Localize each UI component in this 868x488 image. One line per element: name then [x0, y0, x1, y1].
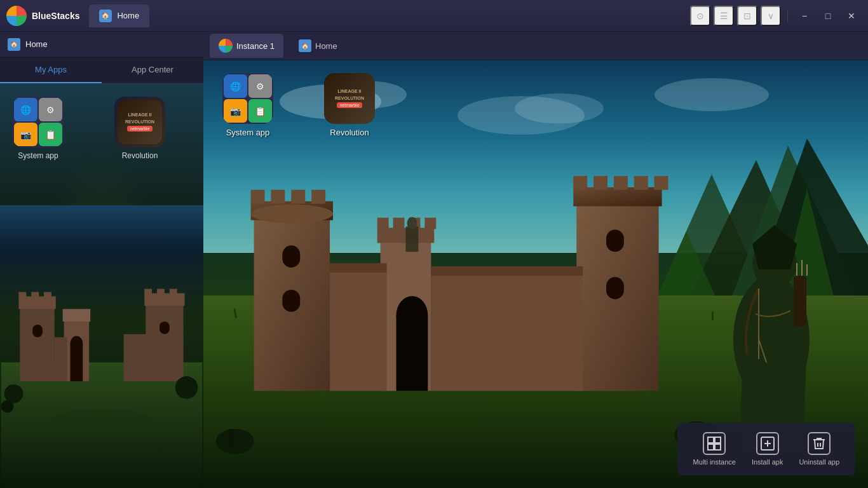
svg-rect-57 [614, 175, 628, 189]
app-center-tab[interactable]: App Center [102, 57, 203, 83]
close-button[interactable]: ✕ [841, 6, 862, 26]
svg-rect-8 [63, 309, 91, 322]
main-home-tab[interactable]: 🏠 Home [89, 4, 149, 27]
profile-button[interactable]: ⊙ [690, 6, 710, 26]
lineage-title-line2: REVOLUTION [125, 119, 154, 125]
minimize-button[interactable]: − [794, 6, 815, 26]
revolution-app-item-left[interactable]: LINEAGE II REVOLUTION netmarble Revoluti… [114, 97, 165, 160]
svg-point-10 [71, 336, 83, 351]
system-app-scene-icon: 🌐 ⚙ 📷 📋 [222, 73, 273, 124]
chevron-button[interactable]: ∨ [761, 6, 781, 26]
left-panel-home-icon: 🏠 [8, 38, 20, 51]
instance-tab-label: Instance 1 [236, 41, 275, 51]
install-apk-label: Install apk [752, 458, 783, 466]
svg-rect-94 [708, 437, 714, 443]
svg-point-21 [175, 376, 198, 399]
scene-files-icon: 📋 [248, 99, 272, 123]
svg-rect-51 [282, 290, 300, 312]
scene-netmarble-badge: netmarble [337, 102, 362, 108]
uninstall-app-label: Uninstall app [799, 458, 839, 466]
svg-rect-55 [573, 175, 587, 189]
install-apk-icon [756, 432, 779, 455]
svg-rect-48 [291, 189, 305, 203]
files-sub-icon: 📋 [39, 123, 62, 146]
restore-button[interactable]: □ [818, 6, 838, 26]
main-title-bar: BlueStacks 🏠 Home ⊙ ☰ ⊡ ∨ − □ ✕ [0, 0, 868, 32]
svg-rect-67 [424, 217, 436, 229]
install-apk-button[interactable]: Install apk [745, 429, 790, 469]
apps-row: 🌐 ⚙ 📷 📋 System app LINEAGE II REVOLU [13, 97, 191, 160]
svg-rect-49 [311, 189, 325, 203]
svg-rect-13 [144, 288, 152, 296]
multi-instance-label: Multi instance [693, 458, 736, 466]
svg-point-22 [1, 400, 14, 412]
svg-rect-54 [573, 187, 661, 206]
svg-rect-89 [794, 276, 806, 327]
left-panel-titlebar: 🏠 Home [0, 32, 203, 57]
svg-point-76 [216, 429, 254, 454]
svg-rect-16 [159, 322, 170, 334]
system-app-icon: 🌐 ⚙ 📷 📋 [13, 97, 64, 147]
nav-tabs: My Apps App Center [0, 57, 203, 84]
instance-1-tab[interactable]: Instance 1 [210, 34, 283, 58]
bluestacks-logo: BlueStacks [6, 6, 79, 26]
multi-instance-button[interactable]: Multi instance [687, 429, 742, 469]
main-castle-area [203, 82, 741, 467]
uninstall-app-icon [808, 432, 831, 455]
left-panel: 🏠 Home My Apps App Center [0, 32, 203, 488]
lineage-app-icon: LINEAGE II REVOLUTION netmarble [114, 97, 165, 147]
svg-rect-50 [282, 245, 300, 268]
svg-rect-70 [330, 271, 387, 391]
svg-rect-74 [405, 226, 418, 252]
uninstall-app-button[interactable]: Uninstall app [792, 429, 846, 469]
left-castle-background [0, 205, 203, 488]
svg-point-69 [397, 296, 428, 334]
svg-rect-56 [593, 175, 607, 189]
instance-home-tab[interactable]: 🏠 Home [290, 34, 346, 57]
scene-lineage-title1: LINEAGE II [338, 89, 362, 94]
svg-rect-1 [20, 306, 54, 381]
main-content: 🏠 Home My Apps App Center [0, 32, 868, 488]
svg-rect-96 [708, 444, 714, 450]
my-apps-tab[interactable]: My Apps [0, 57, 102, 83]
main-home-tab-label: Home [117, 11, 139, 20]
system-app-scene[interactable]: 🌐 ⚙ 📷 📋 System app [222, 73, 273, 137]
instance-home-icon: 🏠 [299, 39, 311, 52]
svg-rect-58 [634, 175, 648, 189]
system-app-scene-label: System app [226, 128, 270, 137]
svg-point-75 [407, 217, 417, 229]
scene-apps-overlay: 🌐 ⚙ 📷 📋 System app LINEAGE II REVOLUTION [222, 73, 375, 137]
bluestacks-logo-text: BlueStacks [32, 11, 79, 21]
svg-rect-17 [55, 337, 67, 381]
svg-rect-78 [229, 429, 234, 448]
bottom-toolbar: Multi instance Install apk [677, 423, 855, 475]
left-panel-title: Home [25, 39, 48, 49]
bluestacks-logo-icon [6, 6, 27, 26]
revolution-app-scene-label: Revolution [330, 128, 369, 137]
menu-button[interactable]: ☰ [714, 6, 734, 26]
svg-rect-72 [330, 263, 387, 273]
svg-rect-4 [31, 292, 39, 299]
svg-rect-64 [377, 217, 389, 229]
svg-rect-71 [431, 274, 583, 391]
scene-lineage-title2: REVOLUTION [335, 96, 364, 101]
revolution-app-scene[interactable]: LINEAGE II REVOLUTION netmarble Revoluti… [324, 73, 375, 137]
lineage-scene-icon: LINEAGE II REVOLUTION netmarble [324, 73, 375, 124]
gear-sub-icon: ⚙ [39, 98, 62, 121]
camera-sub-icon: 📷 [14, 123, 37, 146]
svg-rect-3 [18, 292, 26, 299]
scene-gear-icon: ⚙ [248, 74, 272, 98]
game-scene: 🌐 ⚙ 📷 📋 System app LINEAGE II REVOLUTION [203, 60, 868, 488]
maximize-button[interactable]: ⊡ [737, 6, 757, 26]
svg-rect-73 [431, 266, 583, 276]
lineage-title-line1: LINEAGE II [128, 112, 152, 118]
svg-rect-95 [715, 437, 721, 443]
svg-point-19 [51, 409, 152, 428]
system-app-item-left[interactable]: 🌐 ⚙ 📷 📋 System app [13, 97, 64, 160]
svg-rect-97 [715, 444, 721, 450]
svg-rect-47 [271, 189, 285, 203]
svg-rect-6 [32, 325, 43, 337]
home-tab-icon: 🏠 [99, 10, 112, 22]
scene-camera-icon: 📷 [224, 99, 247, 123]
svg-rect-14 [157, 288, 165, 296]
